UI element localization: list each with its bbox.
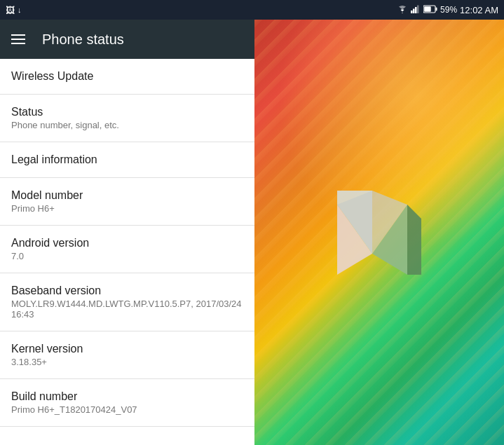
svg-rect-0: [411, 11, 413, 13]
settings-item-title-kernel-version: Kernel version: [11, 343, 243, 355]
svg-rect-1: [413, 8, 415, 13]
signal-icon: [411, 5, 421, 15]
settings-item-kernel-version[interactable]: Kernel version3.18.35+: [0, 331, 254, 379]
main-container: Phone status Wireless UpdateStatusPhone …: [0, 20, 504, 445]
settings-item-title-legal-information: Legal information: [11, 153, 243, 166]
settings-item-title-wireless-update: Wireless Update: [11, 70, 243, 83]
status-bar-right: 59% 12:02 AM: [397, 5, 498, 15]
status-time: 12:02 AM: [460, 5, 498, 15]
settings-list: Wireless UpdateStatusPhone number, signa…: [0, 59, 254, 427]
settings-item-subtitle-baseband-version: MOLY.LR9.W1444.MD.LWTG.MP.V110.5.P7, 201…: [11, 299, 243, 320]
hamburger-menu-button[interactable]: [11, 34, 25, 44]
svg-rect-3: [417, 5, 419, 13]
settings-item-model-number[interactable]: Model numberPrimo H6+: [0, 178, 254, 226]
settings-item-title-build-number: Build number: [11, 390, 243, 403]
svg-marker-10: [407, 205, 421, 275]
download-icon: ↓: [18, 6, 22, 14]
toolbar: Phone status: [0, 20, 254, 59]
settings-panel: Phone status Wireless UpdateStatusPhone …: [0, 20, 254, 445]
settings-item-legal-information[interactable]: Legal information: [0, 142, 254, 178]
settings-item-title-android-version: Android version: [11, 237, 243, 249]
svg-rect-5: [436, 7, 437, 11]
wallpaper-panel: [254, 20, 504, 445]
settings-item-subtitle-kernel-version: 3.18.35+: [11, 357, 243, 367]
photo-icon: 🖼: [6, 5, 15, 15]
settings-item-baseband-version[interactable]: Baseband versionMOLY.LR9.W1444.MD.LWTG.M…: [0, 273, 254, 331]
status-bar-left: 🖼 ↓: [6, 5, 22, 15]
battery-percentage: 59%: [440, 5, 457, 15]
settings-item-build-number[interactable]: Build numberPrimo H6+_T1820170424_V07: [0, 379, 254, 427]
toolbar-title: Phone status: [42, 32, 124, 48]
settings-item-title-status: Status: [11, 106, 243, 118]
android-n-logo: [316, 177, 442, 289]
settings-item-title-model-number: Model number: [11, 189, 243, 202]
settings-item-wireless-update[interactable]: Wireless Update: [0, 59, 254, 95]
settings-item-subtitle-status: Phone number, signal, etc.: [11, 120, 243, 130]
wifi-icon: [397, 5, 408, 15]
settings-item-subtitle-android-version: 7.0: [11, 251, 243, 261]
status-bar: 🖼 ↓ 59%: [0, 0, 504, 20]
settings-item-status[interactable]: StatusPhone number, signal, etc.: [0, 95, 254, 142]
settings-item-subtitle-build-number: Primo H6+_T1820170424_V07: [11, 404, 243, 415]
svg-rect-6: [424, 6, 431, 12]
settings-item-subtitle-model-number: Primo H6+: [11, 203, 243, 214]
svg-rect-2: [415, 7, 417, 13]
settings-item-title-baseband-version: Baseband version: [11, 285, 243, 297]
settings-item-android-version[interactable]: Android version7.0: [0, 226, 254, 273]
battery-icon: [423, 5, 437, 15]
